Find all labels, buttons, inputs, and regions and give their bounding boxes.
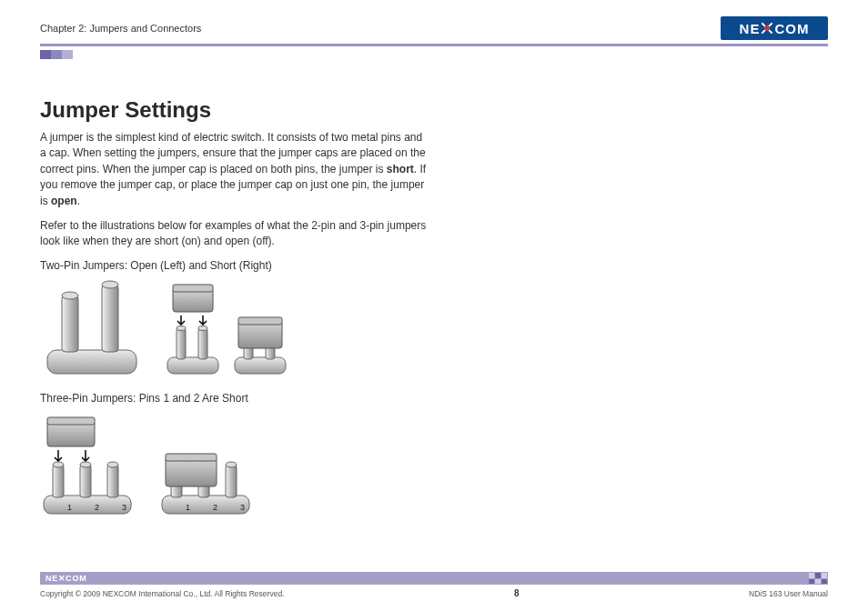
svg-point-2 [62,292,78,299]
svg-rect-25 [47,417,95,425]
page-number: 8 [514,588,520,598]
svg-rect-27 [226,465,237,497]
svg-rect-17 [44,496,131,514]
p1-d: open [51,195,77,207]
svg-rect-12 [235,357,286,374]
header-rule [40,44,828,46]
svg-point-21 [80,462,91,467]
footer-pattern-icon [808,572,828,585]
p1-b: short [387,163,414,175]
page-footer: NE✕COM Copyright © 2009 NEXCOM Internati… [40,572,828,598]
svg-rect-26 [162,496,249,514]
logo-x-icon [761,22,773,35]
illustration-three-pin: 1 2 3 1 2 3 [40,412,431,521]
chapter-label: Chapter 2: Jumpers and Connectors [40,23,201,34]
svg-point-19 [53,462,64,467]
caption-three-pin: Three-Pin Jumpers: Pins 1 and 2 Are Shor… [40,392,431,405]
svg-rect-20 [80,465,91,497]
svg-point-4 [102,281,118,288]
svg-point-7 [177,326,186,330]
paragraph-1: A jumper is the simplest kind of electri… [40,130,431,209]
svg-point-9 [198,326,207,330]
svg-rect-16 [238,317,282,325]
svg-rect-8 [198,328,207,359]
footer-logo: NE✕COM [45,574,87,583]
paragraph-2: Refer to the illustrations below for exa… [40,218,431,250]
pin-1-label: 1 [67,503,72,512]
svg-rect-5 [167,357,218,374]
p1-a: A jumper is the simplest kind of electri… [40,131,426,175]
pin-3-label-b: 3 [240,503,245,512]
pin-2-label-b: 2 [213,503,217,512]
nexcom-logo: NE COM [721,16,828,40]
decoration-squares [40,50,828,59]
svg-rect-22 [107,465,118,497]
pin-2-label: 2 [95,503,99,512]
svg-rect-31 [166,457,217,486]
svg-rect-6 [177,328,186,359]
caption-two-pin: Two-Pin Jumpers: Open (Left) and Short (… [40,259,431,272]
page-title: Jumper Settings [40,97,431,123]
svg-rect-18 [53,465,64,497]
svg-rect-32 [166,454,217,461]
logo-text-left: NE [740,21,761,36]
p1-e: . [77,195,80,207]
copyright-text: Copyright © 2009 NEXCOM International Co… [40,589,284,598]
svg-rect-0 [47,350,136,374]
manual-name: NDiS 163 User Manual [749,589,828,598]
svg-point-23 [107,462,118,467]
svg-rect-3 [102,285,118,352]
svg-rect-11 [173,285,213,292]
svg-point-28 [226,462,237,467]
svg-rect-1 [62,295,78,352]
pin-1-label-b: 1 [186,503,190,512]
logo-text-right: COM [774,21,809,36]
illustration-two-pin [40,279,431,379]
pin-3-label: 3 [122,503,126,512]
